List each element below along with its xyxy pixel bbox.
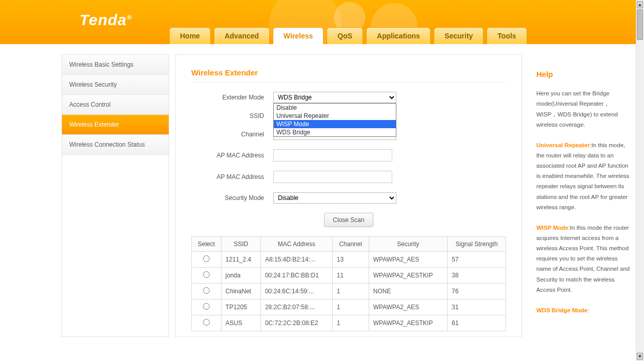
cell-channel: 1 [332,315,369,331]
scroll-up-arrow[interactable]: ▲ [637,1,643,8]
cell-mac: 0C:72:2C:2B:08:E2 [260,315,332,331]
th-security: Security [369,237,447,252]
page-title: Wireless Extender [191,68,506,77]
cell-channel: 1 [332,284,369,299]
cell-security: WPAWPA2_AES [369,299,447,315]
th-channel: Channel [332,237,369,252]
table-row: 1211_2.4A8:15:4D:B2:14:...13WPAWPA2_AES5… [192,252,506,268]
cell-ssid: jonda [221,268,260,284]
main-panel: Wireless Extender Extender Mode WDS Brid… [175,54,522,337]
mode-option-disable[interactable]: Disable [274,104,396,112]
tab-security[interactable]: Security [434,27,484,44]
vertical-scrollbar[interactable]: ▲ ▼ [636,0,644,361]
cell-ssid: ChinaNet [221,284,260,299]
tab-tools[interactable]: Tools [487,27,527,44]
table-row: ChinaNet00:24:6C:14:59:...1NONE76 [192,284,506,299]
mode-option-repeater[interactable]: Universal Repeater [274,112,396,120]
cell-security: NONE [369,284,447,299]
help-wisp: WISP Mode:In this mode the router acquir… [536,223,631,295]
sidebar-item-security[interactable]: Wireless Security [62,75,169,95]
cell-signal: 38 [448,268,506,284]
sidebar-item-basic[interactable]: Wireless Basic Settings [62,55,169,75]
label-ssid: SSID [191,112,273,119]
cell-security: WPAWPA2_AESTKIP [369,315,447,331]
table-row: TP120528:2C:B2:07:58:...1WPAWPA2_AES31 [192,299,506,315]
sidebar-item-access[interactable]: Access Control [62,95,169,115]
tab-advanced[interactable]: Advanced [214,27,270,44]
main-tabs: Home Advanced Wireless QoS Applications … [169,27,527,44]
help-wds: WDS Bridge Mode: [536,305,631,315]
ap-mac-input-2[interactable] [273,171,392,183]
cell-ssid: 1211_2.4 [221,252,260,268]
help-title: Help [536,68,631,81]
extender-mode-select[interactable]: WDS Bridge [273,92,396,103]
cell-signal: 57 [448,252,506,268]
scan-select-radio[interactable] [203,271,210,278]
sidebar-item-connstatus[interactable]: Wireless Connection Status [62,135,169,155]
help-universal: Universal Repeater:In this mode, the rou… [536,140,631,212]
cell-mac: 28:2C:B2:07:58:... [260,299,332,315]
help-intro: Here you can set the Bridge mode(Univers… [536,88,631,130]
cell-security: WPAWPA2_AES [369,252,447,268]
tab-home[interactable]: Home [169,27,211,44]
tab-qos[interactable]: QoS [327,27,363,44]
label-extender-mode: Extender Mode [191,94,273,101]
help-panel: Help Here you can set the Bridge mode(Un… [528,54,636,337]
table-row: ASUS0C:72:2C:2B:08:E21WPAWPA2_AESTKIP61 [192,315,506,331]
tab-applications[interactable]: Applications [366,27,431,44]
scan-select-radio[interactable] [203,255,210,262]
cell-signal: 31 [448,299,506,315]
sidebar: Wireless Basic Settings Wireless Securit… [62,54,169,337]
scan-select-radio[interactable] [203,287,210,294]
cell-ssid: TP1205 [221,299,260,315]
label-security-mode: Security Mode [191,194,273,202]
ap-mac-input-1[interactable] [273,149,392,162]
cell-mac: 00:24:17:BC:BB:D1 [260,268,332,284]
scan-select-radio[interactable] [203,319,210,326]
scroll-down-arrow[interactable]: ▼ [637,353,643,360]
brand-logo: Tenda® [79,11,132,29]
cell-channel: 13 [332,252,369,268]
th-signal: Signal Strength [448,237,506,252]
label-apmac2: AP MAC Address [191,173,273,180]
cell-signal: 61 [448,315,506,331]
security-mode-select[interactable]: Disable [273,192,396,204]
th-select: Select [192,237,222,252]
table-header-row: Select SSID MAC Address Channel Security… [192,237,506,252]
scroll-thumb[interactable] [637,9,643,40]
tab-wireless[interactable]: Wireless [273,27,324,44]
sidebar-item-extender[interactable]: Wireless Extender [62,115,169,135]
scan-results-table: Select SSID MAC Address Channel Security… [191,236,506,331]
cell-mac: 00:24:6C:14:59:... [260,284,332,299]
cell-channel: 11 [332,268,369,284]
table-row: jonda00:24:17:BC:BB:D111WPAWPA2_AESTKIP3… [192,268,506,284]
cell-security: WPAWPA2_AESTKIP [369,268,447,284]
th-ssid: SSID [221,237,260,252]
cell-signal: 76 [448,284,506,299]
mode-option-wisp[interactable]: WISP Mode [274,120,396,128]
th-mac: MAC Address [260,237,332,252]
cell-channel: 1 [332,299,369,315]
cell-mac: A8:15:4D:B2:14:... [260,252,332,268]
close-scan-button[interactable]: Close Scan [324,213,373,227]
label-channel: Channel [191,131,273,138]
mode-option-wds[interactable]: WDS Bridge [274,128,396,136]
divider [191,82,506,83]
top-banner: Tenda® Home Advanced Wireless QoS Applic… [0,0,636,44]
extender-mode-dropdown[interactable]: Disable Universal Repeater WISP Mode WDS… [273,103,396,137]
cell-ssid: ASUS [221,315,260,331]
scan-select-radio[interactable] [203,303,210,310]
label-apmac1: AP MAC Address [191,152,273,159]
